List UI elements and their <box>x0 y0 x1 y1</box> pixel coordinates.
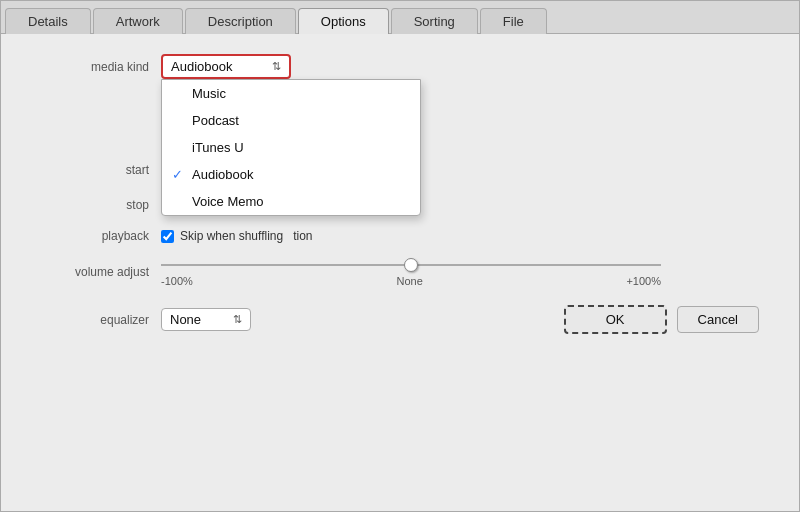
main-window: Details Artwork Description Options Sort… <box>0 0 800 512</box>
tab-details[interactable]: Details <box>5 8 91 34</box>
cancel-button[interactable]: Cancel <box>677 306 759 333</box>
start-label: start <box>41 163 161 177</box>
volume-adjust-row: volume adjust -100% None +100% <box>41 257 759 287</box>
volume-adjust-label: volume adjust <box>41 265 161 279</box>
media-kind-dropdown: Music Podcast iTunes U Audiobook Voice M… <box>161 79 421 216</box>
dropdown-item-podcast[interactable]: Podcast <box>162 107 420 134</box>
skip-shuffling-item: Skip when shuffling <box>161 229 283 243</box>
skip-shuffling-checkbox[interactable] <box>161 230 174 243</box>
dropdown-item-audiobook[interactable]: Audiobook <box>162 161 420 188</box>
stop-label: stop <box>41 198 161 212</box>
options-content: media kind Audiobook ⇅ Music Podcast iT <box>1 34 799 511</box>
slider-line <box>161 264 661 266</box>
dropdown-item-music[interactable]: Music <box>162 80 420 107</box>
slider-min-label: -100% <box>161 275 193 287</box>
bottom-row: equalizer None ⇅ OK Cancel <box>41 305 759 334</box>
dropdown-item-voice-memo[interactable]: Voice Memo <box>162 188 420 215</box>
playback-options: Skip when shuffling tion <box>161 229 313 243</box>
playback-row: playback Skip when shuffling tion <box>41 229 759 243</box>
slider-labels: -100% None +100% <box>161 275 661 287</box>
gapless-partial-text: tion <box>293 229 312 243</box>
playback-label: playback <box>41 229 161 243</box>
equalizer-select[interactable]: None ⇅ <box>161 308 251 331</box>
ok-button[interactable]: OK <box>564 305 667 334</box>
equalizer-label: equalizer <box>41 313 161 327</box>
volume-slider-track <box>161 257 661 273</box>
media-kind-select-box[interactable]: Audiobook ⇅ <box>161 54 291 79</box>
equalizer-chevron-icon: ⇅ <box>233 313 242 326</box>
skip-shuffling-label: Skip when shuffling <box>180 229 283 243</box>
tab-description[interactable]: Description <box>185 8 296 34</box>
slider-max-label: +100% <box>626 275 661 287</box>
chevron-updown-icon: ⇅ <box>272 60 281 73</box>
dropdown-item-itunes-u[interactable]: iTunes U <box>162 134 420 161</box>
tab-options[interactable]: Options <box>298 8 389 34</box>
slider-mid-label: None <box>396 275 422 287</box>
volume-slider-container: -100% None +100% <box>161 257 759 287</box>
media-kind-label: media kind <box>41 60 161 74</box>
tab-artwork[interactable]: Artwork <box>93 8 183 34</box>
tab-sorting[interactable]: Sorting <box>391 8 478 34</box>
media-kind-select[interactable]: Audiobook ⇅ Music Podcast iTunes U Aud <box>161 54 291 79</box>
tab-bar: Details Artwork Description Options Sort… <box>1 1 799 34</box>
media-kind-row: media kind Audiobook ⇅ Music Podcast iT <box>41 54 759 79</box>
slider-thumb[interactable] <box>404 258 418 272</box>
tab-file[interactable]: File <box>480 8 547 34</box>
